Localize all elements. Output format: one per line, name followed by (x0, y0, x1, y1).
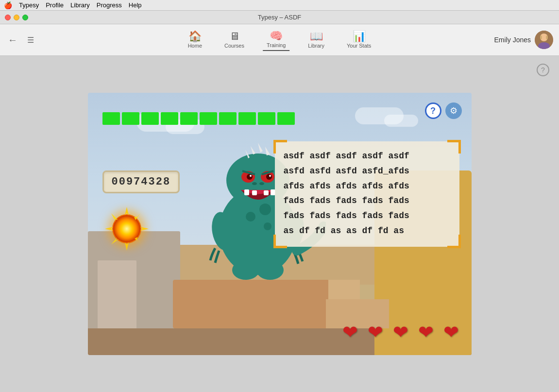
cloud-4 (384, 115, 418, 127)
nav-home-label: Home (188, 43, 202, 49)
hamburger-menu-button[interactable]: ☰ (27, 35, 34, 45)
svg-point-35 (264, 222, 271, 230)
svg-rect-30 (252, 190, 257, 195)
heart-2: ❤ (365, 322, 386, 343)
user-name: Emily Jones (494, 36, 531, 44)
apple-logo-icon: 🍎 (4, 1, 12, 9)
nav-library[interactable]: 📖 Library (304, 29, 328, 51)
heart-4: ❤ (415, 322, 437, 343)
typing-line-4: fads fads fads fads fads (284, 194, 451, 208)
toolbar: ← ☰ 🏠 Home 🖥 Courses 🧠 Training 📖 Librar… (0, 24, 559, 56)
typing-line-1: asdf asdf asdf asdf asdf (284, 149, 451, 163)
window-title: Typesy – ASDF (258, 14, 302, 21)
help-circle-button[interactable]: ? (537, 64, 549, 76)
health-block-6 (200, 112, 217, 125)
bracket-bottom-left (273, 235, 287, 248)
home-icon: 🏠 (188, 31, 202, 42)
game-settings-button[interactable]: ⚙ (445, 102, 462, 119)
game-help-button[interactable]: ? (425, 102, 441, 119)
health-block-10 (277, 112, 295, 125)
health-block-4 (161, 112, 178, 125)
heart-1: ❤ (339, 322, 361, 343)
svg-point-33 (259, 204, 271, 215)
stats-icon: 📊 (353, 31, 366, 42)
training-icon: 🧠 (270, 31, 283, 41)
tan-block-2 (328, 280, 360, 299)
svg-marker-6 (125, 207, 129, 215)
nav-training[interactable]: 🧠 Training (263, 29, 289, 51)
svg-marker-7 (140, 227, 149, 231)
svg-point-39 (256, 260, 284, 280)
menu-progress[interactable]: Progress (97, 1, 122, 9)
svg-rect-29 (244, 189, 249, 195)
fireball (102, 205, 151, 253)
health-block-2 (122, 112, 139, 125)
traffic-lights (5, 15, 28, 20)
nav-stats[interactable]: 📊 Your Stats (343, 29, 375, 51)
menu-help[interactable]: Help (129, 1, 142, 9)
menu-profile[interactable]: Profile (46, 1, 64, 9)
svg-point-26 (269, 175, 271, 177)
heart-3: ❤ (390, 322, 411, 343)
bracket-bottom-right (447, 235, 461, 248)
close-button[interactable] (5, 15, 11, 20)
game-container: 00974328 ? ⚙ asdf asdf asdf asdf asdf (88, 93, 472, 355)
building-center (98, 260, 136, 328)
typing-line-3: afds afds afds afds afds (284, 179, 451, 193)
title-bar: Typesy – ASDF (0, 11, 559, 24)
svg-marker-10 (134, 213, 140, 220)
svg-marker-9 (105, 227, 113, 231)
back-button[interactable]: ← (6, 33, 19, 48)
toolbar-nav: 🏠 Home 🖥 Courses 🧠 Training 📖 Library 📊 … (184, 29, 375, 51)
library-icon: 📖 (310, 31, 323, 42)
toolbar-user: Emily Jones (494, 31, 553, 49)
svg-marker-19 (265, 147, 270, 155)
typing-line-6: as df fd as as df fd as (284, 224, 451, 238)
health-block-9 (258, 112, 275, 125)
svg-point-25 (250, 175, 252, 177)
nav-stats-label: Your Stats (347, 43, 371, 49)
avatar (535, 31, 553, 49)
nav-courses-label: Courses (224, 43, 244, 49)
bracket-top-right (447, 140, 461, 153)
content-area: ? (0, 56, 559, 392)
svg-point-24 (266, 174, 272, 180)
nav-home[interactable]: 🏠 Home (184, 29, 206, 51)
typing-line-2: asfd asfd asfd asfd_afds (284, 164, 451, 178)
menu-bar: 🍎 Typesy Profile Library Progress Help (0, 0, 559, 11)
bracket-top-left (273, 140, 287, 153)
menu-typesy[interactable]: Typesy (19, 1, 39, 9)
menu-library[interactable]: Library (70, 1, 90, 9)
pedestal (173, 280, 343, 328)
heart-5: ❤ (440, 322, 462, 343)
minimize-button[interactable] (14, 15, 19, 20)
svg-point-34 (246, 212, 255, 222)
svg-rect-3 (540, 35, 542, 39)
typing-line-5: fads fads fads fads fads (284, 209, 451, 223)
svg-point-28 (259, 182, 264, 185)
typing-box[interactable]: asdf asdf asdf asdf asdf asfd asfd asfd … (275, 141, 459, 247)
health-block-5 (180, 112, 198, 125)
svg-marker-8 (125, 242, 129, 251)
maximize-button[interactable] (22, 15, 28, 20)
score-display: 00974328 (102, 170, 180, 193)
health-block-3 (141, 112, 159, 125)
svg-marker-18 (258, 143, 263, 153)
fireball-rays (102, 205, 151, 253)
svg-rect-4 (546, 35, 548, 39)
game-icons: ? ⚙ (425, 102, 462, 119)
svg-marker-17 (251, 146, 255, 154)
svg-point-38 (232, 260, 259, 280)
nav-courses[interactable]: 🖥 Courses (220, 29, 248, 51)
svg-marker-11 (135, 237, 142, 244)
svg-rect-31 (264, 190, 269, 195)
courses-icon: 🖥 (229, 31, 240, 42)
nav-training-label: Training (267, 42, 286, 48)
health-block-7 (219, 112, 237, 125)
nav-library-label: Library (308, 43, 324, 49)
health-block-8 (238, 112, 256, 125)
toolbar-left: ← ☰ (6, 33, 34, 48)
hearts-container: ❤ ❤ ❤ ❤ ❤ (339, 322, 462, 343)
health-bar (102, 112, 295, 125)
health-block-1 (102, 112, 120, 125)
